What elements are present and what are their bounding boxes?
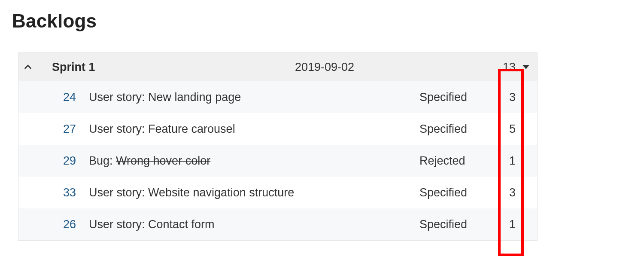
svg-marker-0 (522, 65, 529, 69)
issue-id-link[interactable]: 29 (42, 154, 89, 168)
caret-down-icon[interactable] (518, 65, 534, 69)
issue-title[interactable]: Bug: Wrong hover color (89, 154, 328, 168)
table-row[interactable]: 24User story: New landing pageSpecified3 (18, 81, 537, 113)
issue-id-link[interactable]: 33 (42, 186, 89, 199)
issue-points: 1 (478, 218, 518, 231)
issue-id-link[interactable]: 27 (42, 122, 89, 136)
issue-status: Specified (419, 186, 478, 199)
issue-status: Specified (419, 122, 478, 136)
issue-points: 3 (478, 186, 518, 199)
issue-title[interactable]: User story: Feature carousel (89, 122, 328, 136)
issue-status: Specified (419, 218, 478, 231)
table-row[interactable]: 29Bug: Wrong hover colorRejected1 (18, 145, 537, 177)
page-title: Backlogs (12, 10, 632, 32)
issue-title[interactable]: User story: Contact form (89, 218, 328, 231)
issue-id-link[interactable]: 24 (42, 91, 89, 104)
issue-title[interactable]: User story: New landing page (89, 91, 328, 104)
sprint-header-row: Sprint 1 2019-09-02 13 (18, 53, 537, 81)
issue-points: 5 (478, 122, 518, 136)
sprint-name[interactable]: Sprint 1 (42, 61, 295, 74)
chevron-up-icon[interactable] (22, 61, 34, 73)
issue-points: 1 (478, 154, 518, 168)
sprint-date: 2019-09-02 (295, 61, 419, 74)
table-row[interactable]: 27User story: Feature carouselSpecified5 (18, 113, 537, 145)
backlog-table: Sprint 1 2019-09-02 13 24User story: New… (18, 52, 538, 241)
issue-status: Specified (419, 91, 478, 104)
issue-list: 24User story: New landing pageSpecified3… (18, 81, 537, 240)
issue-id-link[interactable]: 26 (42, 218, 89, 231)
issue-points: 3 (478, 91, 518, 104)
issue-status: Rejected (419, 154, 478, 168)
table-row[interactable]: 26User story: Contact formSpecified1 (18, 208, 537, 240)
sprint-total-points: 13 (478, 61, 518, 74)
table-row[interactable]: 33User story: Website navigation structu… (18, 177, 537, 208)
issue-title[interactable]: User story: Website navigation structure (89, 186, 328, 199)
